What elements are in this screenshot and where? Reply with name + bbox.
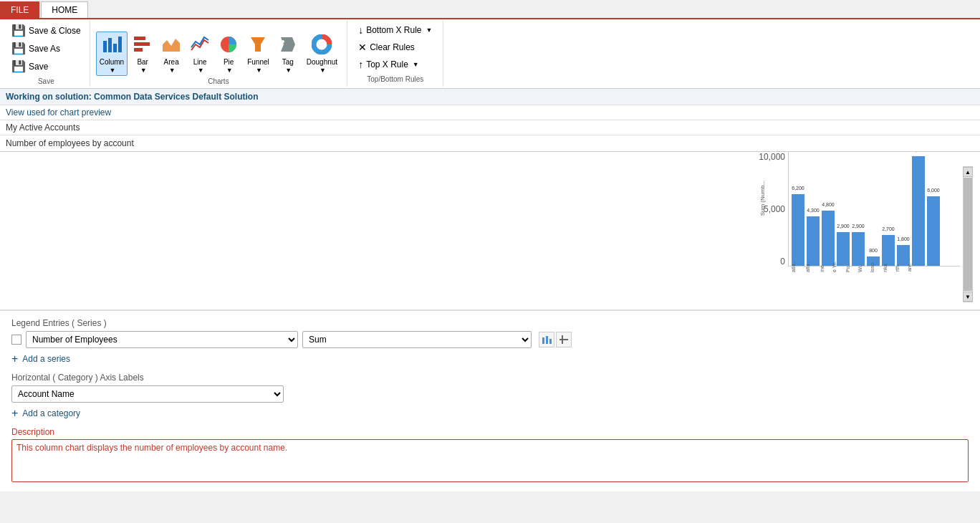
save-group-label: Save — [9, 77, 84, 85]
chart-bar: 4,300 — [807, 216, 820, 266]
line-chevron-icon: ▼ — [198, 67, 204, 74]
top-x-rule-icon: ↑ — [358, 59, 363, 70]
funnel-button-label: Funnel — [247, 58, 269, 67]
x-label-0: atlu... — [791, 260, 796, 272]
save-button[interactable]: 💾 Save — [9, 58, 84, 75]
content-area: Working on solution: Common Data Service… — [0, 89, 980, 491]
svg-rect-4 — [134, 37, 145, 40]
x-label-8: rth . — [895, 262, 900, 272]
series-bar-chart-icon[interactable] — [539, 332, 554, 347]
scrollbar-down-button[interactable]: ▼ — [963, 292, 973, 302]
chart-tag-button[interactable]: Tag ▼ — [274, 32, 302, 76]
save-as-label: Save As — [29, 44, 60, 54]
column-chevron-icon: ▼ — [109, 67, 115, 74]
top-x-chevron-icon: ▼ — [413, 61, 419, 68]
svg-rect-17 — [559, 339, 568, 340]
chart-bar-button[interactable]: Bar ▼ — [129, 32, 156, 76]
add-category-row[interactable]: + Add a category — [11, 407, 969, 420]
breadcrumb: Working on solution: Common Data Service… — [0, 89, 980, 105]
x-label-6: loso. — [870, 262, 875, 272]
area-chevron-icon: ▼ — [169, 67, 176, 74]
svg-rect-18 — [562, 335, 563, 344]
tab-home[interactable]: HOME — [41, 1, 88, 18]
chart-bar: 6,000 — [927, 196, 940, 266]
svg-rect-5 — [134, 42, 150, 46]
ribbon-charts-group: Column ▼ Bar ▼ — [90, 21, 347, 87]
scrollbar-up-button[interactable]: ▲ — [963, 167, 973, 177]
top-x-rule-button[interactable]: ↑ Top X Rule ▼ — [353, 57, 437, 72]
chart-bar: 2,900 — [837, 232, 850, 266]
charts-group-label: Charts — [208, 77, 229, 85]
x-label-4: Po... — [845, 262, 850, 272]
chart-y-title: Sum (Numb... — [759, 181, 766, 216]
chart-doughnut-button[interactable]: Doughnut ▼ — [303, 32, 341, 76]
series-checkbox[interactable] — [11, 335, 21, 345]
chart-buttons-row: Column ▼ Bar ▼ — [96, 22, 341, 76]
svg-rect-3 — [118, 37, 122, 52]
doughnut-chart-icon — [312, 34, 332, 57]
chart-bar: 9,500 — [912, 156, 925, 266]
entity-bar: My Active Accounts — [0, 120, 980, 135]
doughnut-button-label: Doughnut — [307, 58, 337, 67]
tag-button-label: Tag — [282, 58, 294, 67]
tab-file[interactable]: FILE — [0, 1, 39, 18]
chart-scrollbar[interactable]: ▲ ▼ — [963, 166, 973, 302]
chart-bar: 2,900 — [852, 232, 865, 266]
svg-rect-1 — [108, 38, 112, 52]
bar-label-5: 800 — [869, 248, 878, 253]
column-chart-icon — [102, 34, 122, 57]
chart-column-button[interactable]: Column ▼ — [96, 32, 128, 76]
scrollbar-thumb[interactable] — [964, 178, 972, 291]
save-close-label: Save & Close — [29, 26, 81, 36]
chart-pie-button[interactable]: Pie ▼ — [215, 32, 242, 76]
category-field-select[interactable]: Account Name — [11, 385, 284, 403]
series-row: Number of Employees Sum — [11, 331, 969, 348]
category-select-row: Account Name — [11, 385, 969, 403]
chart-title: Number of employees by account — [6, 138, 134, 148]
bar-label-0: 6,200 — [792, 186, 804, 191]
x-label-2: ine . — [820, 262, 825, 272]
bar-label-4: 2,900 — [852, 224, 865, 229]
axis-label: Horizontal ( Category ) Axis Labels — [11, 373, 969, 383]
series-field-select[interactable]: Number of Employees — [26, 331, 298, 348]
legend-entries-label: Legend Entries ( Series ) — [11, 318, 969, 328]
save-close-button[interactable]: 💾 Save & Close — [9, 22, 84, 39]
save-as-button[interactable]: 💾 Save As — [9, 40, 84, 57]
funnel-chart-icon — [248, 34, 268, 57]
chart-line-button[interactable]: Line ▼ — [186, 32, 213, 76]
chart-area-button[interactable]: Area ▼ — [158, 32, 185, 76]
entity-name: My Active Accounts — [6, 123, 80, 133]
series-delete-icon[interactable] — [556, 332, 572, 347]
chart-x-labels: atlu... atlu... ine . e Yo. Po... Wi... … — [788, 268, 960, 273]
tag-chevron-icon: ▼ — [285, 67, 292, 74]
series-icon-buttons — [539, 332, 572, 347]
clear-rules-label: Clear Rules — [370, 42, 415, 52]
svg-marker-9 — [251, 37, 265, 52]
description-label: Description — [11, 427, 969, 437]
svg-marker-10 — [281, 37, 295, 52]
chart-funnel-button[interactable]: Funnel ▼ — [244, 32, 273, 76]
x-label-7: nka. — [883, 262, 888, 272]
top-x-rule-label: Top X Rule — [366, 59, 408, 69]
add-series-row[interactable]: + Add a series — [11, 352, 969, 365]
save-as-icon: 💾 — [11, 42, 26, 55]
save-close-icon: 💾 — [11, 24, 26, 37]
bar-label-9: 6,000 — [927, 188, 940, 193]
chart-bars-area: 6,200 4,300 4,800 2,900 2,900 800 — [788, 152, 960, 267]
svg-point-13 — [318, 41, 325, 48]
series-aggregation-select[interactable]: Sum — [302, 331, 532, 348]
pie-chevron-icon: ▼ — [226, 67, 233, 74]
svg-rect-2 — [113, 44, 117, 52]
bar-label-3: 2,900 — [837, 224, 850, 229]
bottom-x-rule-label: Bottom X Rule — [366, 25, 421, 35]
topbottom-group-label: Top/Bottom Rules — [353, 75, 437, 83]
svg-rect-15 — [546, 336, 548, 344]
chart-bar: 4,800 — [822, 211, 835, 266]
line-chart-icon — [190, 34, 210, 57]
column-button-label: Column — [100, 58, 124, 67]
description-textarea[interactable]: This column chart displays the number of… — [11, 439, 969, 482]
view-bar[interactable]: View used for chart preview — [0, 105, 980, 120]
clear-rules-button[interactable]: ✕ Clear Rules — [353, 39, 437, 55]
bottom-x-rule-button[interactable]: ↓ Bottom X Rule ▼ — [353, 22, 437, 38]
tab-bar: FILE HOME — [0, 0, 980, 19]
